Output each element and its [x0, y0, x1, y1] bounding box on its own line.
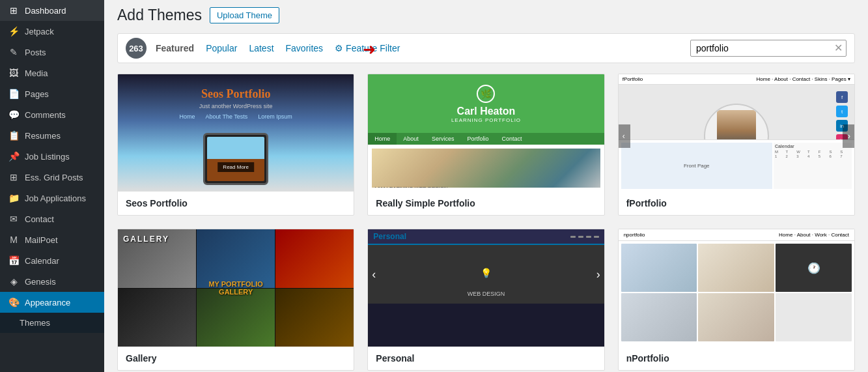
seos-read-more: Read More — [217, 162, 254, 172]
personal-prev-arrow: ‹ — [372, 268, 376, 281]
sidebar-item-posts[interactable]: ✎ Posts — [0, 42, 104, 63]
genesis-icon: ◈ — [8, 276, 20, 287]
carl-nav: Home About Services Portfolio Contact — [368, 133, 604, 145]
sidebar-item-job-listings[interactable]: 📌 Job Listings — [0, 146, 104, 167]
carl-image: I AM LEARNING WEB DESIGN — [372, 149, 600, 188]
main-content: Add Themes Upload Theme 263 Featured Pop… — [104, 0, 868, 372]
calendar-icon: 📅 — [8, 255, 20, 266]
sidebar-item-media[interactable]: 🖼 Media — [0, 63, 104, 83]
theme-card-nportfolio[interactable]: nportfolio Home · About · Work · Contact… — [618, 229, 855, 371]
search-clear-button[interactable]: ✕ — [834, 43, 843, 53]
dashboard-icon: ⊞ — [8, 5, 20, 16]
carl-circle-icon: 🌿 — [477, 85, 495, 103]
sidebar-item-themes[interactable]: Themes — [0, 313, 104, 333]
sidebar-item-comments[interactable]: 💬 Comments — [0, 104, 104, 125]
personal-logo: Personal — [373, 232, 406, 241]
search-container: ✕ — [690, 40, 847, 57]
sidebar-item-label: Calendar — [25, 256, 59, 266]
tab-popular[interactable]: Popular — [206, 42, 237, 55]
feature-filter-label: Feature Filter — [346, 43, 400, 53]
theme-name: nPortfolio — [619, 347, 854, 370]
nportfolio-header: nportfolio Home · About · Work · Contact — [619, 229, 854, 241]
gallery-cell-3 — [275, 229, 354, 288]
sidebar-item-resumes[interactable]: 📋 Resumes — [0, 125, 104, 146]
gallery-cell-2 — [197, 229, 275, 288]
sidebar-item-contact[interactable]: ✉ Contact — [0, 208, 104, 229]
posts-icon: ✎ — [8, 47, 20, 57]
personal-nav-dots — [570, 236, 599, 238]
theme-thumbnail: fPortfolio Home · About · Contact · Skin… — [619, 74, 854, 192]
theme-card-seos-portfolio[interactable]: Seos Portfolio Just another WordPress si… — [117, 74, 354, 216]
theme-count-badge: 263 — [126, 38, 147, 59]
theme-name: Gallery — [118, 347, 354, 370]
nportfolio-cell-1 — [621, 244, 697, 292]
sidebar-item-label: Comments — [25, 110, 66, 120]
theme-thumbnail: Personal ‹ 💡 — [368, 229, 604, 347]
carl-sub: LEARNING PORTFOLIO — [451, 117, 521, 123]
sidebar-item-label: Media — [25, 68, 48, 78]
sidebar-item-mailpoet[interactable]: M MailPoet — [0, 229, 104, 250]
gallery-header-text: GALLERY — [123, 235, 169, 244]
resumes-icon: 📋 — [8, 130, 20, 141]
tabs-bar: 263 Featured Popular Latest Favorites ⚙ … — [117, 33, 855, 63]
sidebar-item-job-applications[interactable]: 📁 Job Applications — [0, 188, 104, 208]
themes-grid: Seos Portfolio Just another WordPress si… — [117, 74, 855, 371]
feature-filter-link[interactable]: ⚙ Feature Filter — [335, 43, 400, 53]
nportfolio-cell-2 — [698, 244, 774, 292]
nportfolio-grid: 🕐 — [619, 241, 854, 344]
fportfolio-prev-button[interactable]: ‹ — [619, 124, 630, 148]
job-listings-icon: 📌 — [8, 151, 20, 162]
sidebar-item-appearance[interactable]: 🎨 Appearance — [0, 292, 104, 313]
appearance-icon: 🎨 — [8, 297, 20, 308]
tab-latest[interactable]: Latest — [249, 42, 273, 55]
upload-theme-button[interactable]: Upload Theme — [210, 7, 279, 23]
job-applications-icon: 📁 — [8, 193, 20, 203]
nportfolio-cell-6 — [776, 293, 852, 341]
theme-card-really-simple-portfolio[interactable]: 🌿 Carl Heaton LEARNING PORTFOLIO Home Ab… — [367, 74, 604, 216]
theme-thumbnail: nportfolio Home · About · Work · Contact… — [619, 229, 854, 347]
sidebar-item-genesis[interactable]: ◈ Genesis — [0, 271, 104, 292]
personal-header-bar: Personal — [368, 229, 604, 245]
theme-name: Seos Portfolio — [118, 192, 354, 215]
personal-hero: ‹ 💡 › WEB DESIGN — [368, 245, 604, 304]
carl-name: Carl Heaton — [457, 106, 516, 117]
personal-hero-title: 💡 — [481, 268, 492, 278]
sidebar-item-label: Genesis — [25, 277, 56, 287]
ess-grid-icon: ⊞ — [8, 172, 20, 182]
sidebar-item-jetpack[interactable]: ⚡ Jetpack — [0, 21, 104, 42]
gallery-cell-5 — [197, 289, 275, 347]
theme-name: Personal — [368, 347, 604, 370]
tab-featured[interactable]: Featured — [156, 42, 194, 55]
sidebar-item-label: Job Listings — [25, 152, 70, 162]
gallery-cell-6 — [275, 289, 354, 347]
comments-icon: 💬 — [8, 109, 20, 120]
media-icon: 🖼 — [8, 68, 20, 78]
sidebar-item-label: Posts — [25, 48, 46, 57]
carl-content: I AM LEARNING WEB DESIGN — [368, 145, 604, 188]
tab-favorites[interactable]: Favorites — [286, 42, 324, 55]
theme-card-gallery[interactable]: GALLERY MY PORTFOLIOGALLERY Gallery — [117, 229, 354, 371]
sidebar-item-pages[interactable]: 📄 Pages — [0, 83, 104, 104]
sidebar-item-calendar[interactable]: 📅 Calendar — [0, 250, 104, 271]
seos-title: Seos Portfolio — [201, 87, 270, 101]
sidebar-item-label: Ess. Grid Posts — [25, 173, 83, 182]
facebook-icon: f — [836, 91, 848, 103]
sidebar-item-label: Resumes — [25, 131, 61, 141]
theme-card-personal[interactable]: Personal ‹ 💡 — [367, 229, 604, 371]
contact-icon: ✉ — [8, 214, 20, 224]
theme-thumbnail: 🌿 Carl Heaton LEARNING PORTFOLIO Home Ab… — [368, 74, 604, 192]
sidebar-item-dashboard[interactable]: ⊞ Dashboard — [0, 0, 104, 21]
page-header: Add Themes Upload Theme — [117, 7, 855, 24]
sidebar-item-ess-grid[interactable]: ⊞ Ess. Grid Posts — [0, 167, 104, 188]
theme-thumbnail: GALLERY MY PORTFOLIOGALLERY — [118, 229, 354, 347]
sidebar-item-label: MailPoet — [25, 235, 58, 245]
page-title: Add Themes — [117, 7, 202, 24]
theme-thumbnail: Seos Portfolio Just another WordPress si… — [118, 74, 354, 192]
fportfolio-next-button[interactable]: › — [843, 124, 854, 148]
nportfolio-cell-3: 🕐 — [776, 244, 852, 292]
gear-icon: ⚙ — [335, 43, 343, 53]
search-input[interactable] — [690, 40, 847, 57]
theme-card-fportfolio[interactable]: fPortfolio Home · About · Contact · Skin… — [618, 74, 855, 216]
sidebar-item-label: Dashboard — [25, 6, 66, 16]
nportfolio-cell-5 — [698, 293, 774, 341]
